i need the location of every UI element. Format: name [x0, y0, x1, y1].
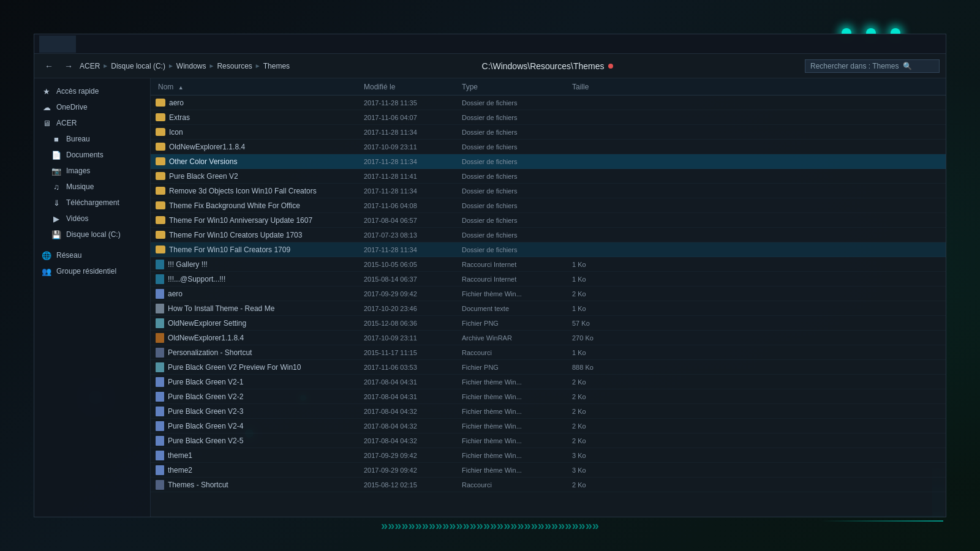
address-bar[interactable]: C:\Windows\Resources\Themes: [292, 61, 802, 71]
file-row[interactable]: theme2 2017-09-29 09:42 Fichier thème Wi…: [151, 463, 946, 478]
cell-modified: 2017-07-23 08:13: [364, 231, 462, 239]
sidebar-label-acer: ACER: [56, 119, 77, 127]
cell-name: theme1: [156, 451, 364, 460]
music-icon: ♫: [51, 182, 61, 192]
file-row[interactable]: Personalization - Shortcut 2015-11-17 11…: [151, 345, 946, 360]
file-row[interactable]: Icon 2017-11-28 11:34 Dossier de fichier…: [151, 125, 946, 140]
breadcrumb-windows[interactable]: Windows: [176, 62, 206, 70]
file-name: Personalization - Shortcut: [168, 348, 252, 357]
sidebar-item-documents[interactable]: 📄 Documents: [34, 147, 150, 163]
cell-name: Theme For Win10 Creators Update 1703: [156, 231, 364, 239]
sidebar-item-telechargement[interactable]: ⇓ Téléchargement: [34, 195, 150, 211]
sidebar-item-quick-access[interactable]: ★ Accès rapide: [34, 83, 150, 99]
folder-icon: [156, 216, 165, 224]
file-name: Pure Black Green V2-4: [168, 422, 243, 430]
file-row[interactable]: Pure Black Green V2-5 2017-08-04 04:32 F…: [151, 433, 946, 448]
file-row[interactable]: theme1 2017-09-29 09:42 Fichier thème Wi…: [151, 448, 946, 463]
back-button[interactable]: ←: [40, 58, 58, 75]
sidebar-item-onedrive[interactable]: ☁ OneDrive: [34, 99, 150, 115]
file-row[interactable]: !!!...@Support...!!! 2015-08-14 06:37 Ra…: [151, 272, 946, 287]
cell-name: aero: [156, 99, 364, 107]
file-row[interactable]: Pure Black Green V2-3 2017-08-04 04:32 F…: [151, 404, 946, 419]
cell-type: Fichier thème Win...: [462, 378, 572, 386]
sidebar-item-bureau[interactable]: ■ Bureau: [34, 131, 150, 147]
cell-modified: 2017-08-04 06:57: [364, 217, 462, 224]
cell-name: Other Color Versions: [156, 157, 364, 166]
file-row[interactable]: aero 2017-11-28 11:35 Dossier de fichier…: [151, 96, 946, 110]
cell-type: Raccourci Internet: [462, 276, 572, 283]
disk-icon: 💾: [51, 230, 61, 239]
file-row[interactable]: Pure Black Green V2-1 2017-08-04 04:31 F…: [151, 375, 946, 389]
cell-modified: 2017-11-28 11:34: [364, 246, 462, 253]
star-icon: ★: [42, 86, 51, 96]
cell-name: Pure Black Green V2-2: [156, 392, 364, 402]
file-row[interactable]: aero 2017-09-29 09:42 Fichier thème Win.…: [151, 287, 946, 301]
cell-modified: 2017-08-04 04:32: [364, 437, 462, 444]
file-row[interactable]: Themes - Shortcut 2015-08-12 02:15 Racco…: [151, 478, 946, 492]
file-row[interactable]: How To Install Theme - Read Me 2017-10-2…: [151, 301, 946, 316]
sidebar-item-disque[interactable]: 💾 Disque local (C:): [34, 227, 150, 242]
file-name: OldNewExplorer1.1.8.4: [168, 334, 244, 342]
cell-modified: 2017-11-28 11:35: [364, 99, 462, 107]
desktop-icon: ■: [51, 134, 61, 144]
breadcrumb-themes[interactable]: Themes: [263, 62, 290, 70]
folder-icon: [156, 113, 165, 121]
file-row[interactable]: !!! Gallery !!! 2015-10-05 06:05 Raccour…: [151, 257, 946, 272]
file-row[interactable]: Pure Black Green V2 Preview For Win10 20…: [151, 360, 946, 375]
search-bar[interactable]: Rechercher dans : Themes 🔍: [805, 59, 940, 73]
file-name: theme1: [168, 451, 192, 460]
cell-modified: 2017-08-04 04:32: [364, 422, 462, 430]
folder-icon: [156, 246, 165, 253]
file-name: OldNewExplorer1.1.8.4: [169, 143, 245, 151]
file-name: Pure Black Green V2 Preview For Win10: [168, 363, 301, 372]
breadcrumb-acer[interactable]: ACER: [80, 62, 100, 70]
file-row[interactable]: Pure Black Green V2-2 2017-08-04 04:31 F…: [151, 389, 946, 404]
col-header-modified[interactable]: Modifié le: [364, 83, 462, 91]
col-header-name[interactable]: Nom ▲: [156, 83, 364, 91]
sidebar-item-acer[interactable]: 🖥 ACER: [34, 115, 150, 131]
cell-type: Raccourci: [462, 349, 572, 356]
file-row[interactable]: OldNewExplorer1.1.8.4 2017-10-09 23:11 A…: [151, 331, 946, 345]
cell-size: 57 Ko: [572, 320, 627, 327]
breadcrumb-disque[interactable]: Disque local (C:): [111, 62, 165, 70]
theme-icon: [156, 377, 164, 387]
images-icon: 📷: [51, 166, 61, 176]
file-row[interactable]: Extras 2017-11-06 04:07 Dossier de fichi…: [151, 110, 946, 125]
sidebar-item-videos[interactable]: ▶ Vidéos: [34, 211, 150, 227]
forward-button[interactable]: →: [60, 58, 77, 75]
col-header-type[interactable]: Type: [462, 83, 572, 91]
file-row[interactable]: Remove 3d Objects Icon Win10 Fall Creato…: [151, 184, 946, 198]
file-row[interactable]: Pure Black Green V2 2017-11-28 11:41 Dos…: [151, 169, 946, 184]
cell-name: Personalization - Shortcut: [156, 348, 364, 358]
cell-name: Pure Black Green V2-3: [156, 407, 364, 416]
file-row[interactable]: Theme For Win10 Anniversary Update 1607 …: [151, 213, 946, 228]
file-name: Theme For Win10 Fall Creators 1709: [169, 246, 290, 254]
sidebar-item-musique[interactable]: ♫ Musique: [34, 179, 150, 195]
cell-name: Theme For Win10 Fall Creators 1709: [156, 246, 364, 254]
col-header-size[interactable]: Taille: [572, 83, 627, 91]
sidebar-item-reseau[interactable]: 🌐 Réseau: [34, 247, 150, 263]
cell-type: Fichier thème Win...: [462, 408, 572, 415]
cell-type: Dossier de fichiers: [462, 217, 572, 224]
cell-modified: 2017-08-04 04:32: [364, 408, 462, 415]
file-row[interactable]: OldNewExplorer Setting 2015-12-08 06:36 …: [151, 316, 946, 331]
cell-modified: 2017-11-28 11:34: [364, 187, 462, 195]
bottom-line-decoration2: [821, 520, 943, 522]
file-row[interactable]: OldNewExplorer1.1.8.4 2017-10-09 23:11 D…: [151, 140, 946, 154]
network-icon: 🌐: [42, 250, 51, 260]
file-row[interactable]: Pure Black Green V2-4 2017-08-04 04:32 F…: [151, 419, 946, 433]
breadcrumb-resources[interactable]: Resources: [217, 62, 252, 70]
theme-icon: [156, 421, 164, 431]
sidebar-item-groupe[interactable]: 👥 Groupe résidentiel: [34, 263, 150, 279]
file-row[interactable]: Theme For Win10 Creators Update 1703 201…: [151, 228, 946, 242]
cell-name: OldNewExplorer1.1.8.4: [156, 333, 364, 343]
sidebar-item-images[interactable]: 📷 Images: [34, 163, 150, 179]
cell-name: How To Install Theme - Read Me: [156, 304, 364, 313]
cell-type: Dossier de fichiers: [462, 99, 572, 107]
file-row[interactable]: Theme Fix Background White For Office 20…: [151, 198, 946, 213]
file-row[interactable]: Other Color Versions 2017-11-28 11:34 Do…: [151, 154, 946, 169]
theme-icon: [156, 465, 164, 475]
sidebar-label-quick-access: Accès rapide: [56, 87, 99, 96]
cell-name: OldNewExplorer Setting: [156, 318, 364, 328]
file-row[interactable]: Theme For Win10 Fall Creators 1709 2017-…: [151, 242, 946, 257]
